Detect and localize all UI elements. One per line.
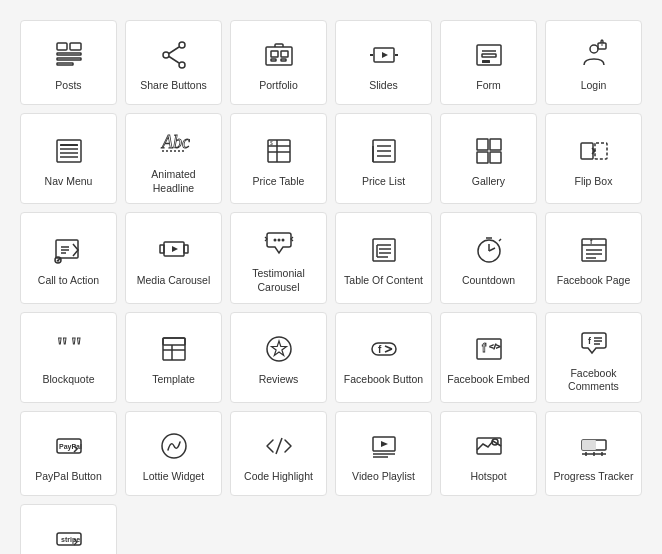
- facebook-comments-icon: f: [576, 325, 612, 361]
- svg-rect-46: [490, 152, 501, 163]
- svg-rect-0: [57, 43, 67, 50]
- svg-point-6: [179, 62, 185, 68]
- widget-price-list[interactable]: Price List: [335, 113, 432, 204]
- widget-form[interactable]: Form: [440, 20, 537, 105]
- svg-point-59: [273, 239, 276, 242]
- svg-text:f: f: [378, 344, 382, 355]
- widget-media-carousel[interactable]: Media Carousel: [125, 212, 222, 303]
- widget-reviews[interactable]: Reviews: [230, 312, 327, 403]
- widget-stripe-button[interactable]: stripe Stripe Button: [20, 504, 117, 554]
- svg-rect-48: [595, 143, 607, 159]
- flip-box-icon: [576, 133, 612, 169]
- slides-label: Slides: [369, 79, 398, 93]
- widget-testimonial-carousel[interactable]: Testimonial Carousel: [230, 212, 327, 303]
- facebook-embed-label: Facebook Embed: [447, 373, 529, 387]
- widget-lottie-widget[interactable]: Lottie Widget: [125, 411, 222, 496]
- widget-login[interactable]: Login: [545, 20, 642, 105]
- media-carousel-icon: [156, 232, 192, 268]
- widget-blockquote[interactable]: " " Blockquote: [20, 312, 117, 403]
- price-list-icon: [366, 133, 402, 169]
- posts-label: Posts: [55, 79, 81, 93]
- svg-point-25: [601, 44, 603, 46]
- svg-rect-1: [57, 53, 81, 55]
- widget-share-buttons[interactable]: Share Buttons: [125, 20, 222, 105]
- widget-facebook-button[interactable]: f Facebook Button: [335, 312, 432, 403]
- svg-text:$: $: [270, 140, 273, 146]
- svg-rect-47: [581, 143, 593, 159]
- widget-posts[interactable]: Posts: [20, 20, 117, 105]
- widget-slides[interactable]: Slides: [335, 20, 432, 105]
- svg-rect-4: [70, 43, 81, 50]
- svg-rect-56: [160, 245, 164, 253]
- widget-table-of-content[interactable]: Table Of Content: [335, 212, 432, 303]
- stripe-button-icon: stripe: [51, 521, 87, 554]
- widget-flip-box[interactable]: Flip Box: [545, 113, 642, 204]
- gallery-label: Gallery: [472, 175, 505, 189]
- widget-price-table[interactable]: $ Price Table: [230, 113, 327, 204]
- svg-text:PayPal: PayPal: [59, 443, 82, 451]
- paypal-button-label: PayPal Button: [35, 470, 102, 484]
- widget-facebook-comments[interactable]: f Facebook Comments: [545, 312, 642, 403]
- facebook-button-label: Facebook Button: [344, 373, 423, 387]
- widget-facebook-embed[interactable]: f </> Facebook Embed: [440, 312, 537, 403]
- widget-call-to-action[interactable]: Call to Action: [20, 212, 117, 303]
- share-icon: [156, 37, 192, 73]
- svg-rect-13: [271, 59, 276, 61]
- svg-line-8: [169, 56, 179, 63]
- widget-progress-tracker[interactable]: Progress Tracker: [545, 411, 642, 496]
- widget-portfolio[interactable]: Portfolio: [230, 20, 327, 105]
- video-playlist-label: Video Playlist: [352, 470, 415, 484]
- nav-menu-icon: [51, 133, 87, 169]
- widget-video-playlist[interactable]: Video Playlist: [335, 411, 432, 496]
- svg-rect-21: [482, 54, 496, 57]
- template-icon: [156, 331, 192, 367]
- share-buttons-label: Share Buttons: [140, 79, 207, 93]
- svg-rect-109: [582, 440, 596, 450]
- widget-gallery[interactable]: Gallery: [440, 113, 537, 204]
- flip-box-label: Flip Box: [575, 175, 613, 189]
- login-label: Login: [581, 79, 607, 93]
- facebook-comments-label: Facebook Comments: [552, 367, 635, 394]
- price-table-label: Price Table: [253, 175, 305, 189]
- table-of-content-label: Table Of Content: [344, 274, 423, 288]
- code-highlight-icon: [261, 428, 297, 464]
- svg-text:</>: </>: [489, 342, 501, 351]
- widget-code-highlight[interactable]: Code Highlight: [230, 411, 327, 496]
- svg-rect-26: [57, 140, 81, 162]
- svg-line-70: [489, 248, 495, 251]
- gallery-icon: [471, 133, 507, 169]
- form-label: Form: [476, 79, 501, 93]
- widget-hotspot[interactable]: Hotspot: [440, 411, 537, 496]
- svg-text:": ": [57, 333, 68, 361]
- animated-headline-icon: Abc: [156, 126, 192, 162]
- widget-countdown[interactable]: Countdown: [440, 212, 537, 303]
- widget-facebook-page[interactable]: f Facebook Page: [545, 212, 642, 303]
- reviews-icon: [261, 331, 297, 367]
- posts-icon: [51, 37, 87, 73]
- svg-text:stripe: stripe: [61, 536, 80, 544]
- countdown-label: Countdown: [462, 274, 515, 288]
- svg-rect-44: [490, 139, 501, 150]
- svg-rect-11: [271, 51, 278, 57]
- svg-rect-14: [281, 59, 286, 61]
- testimonial-carousel-icon: [261, 225, 297, 261]
- widget-paypal-button[interactable]: PayPal PayPal Button: [20, 411, 117, 496]
- widget-animated-headline[interactable]: Abc Animated Headline: [125, 113, 222, 204]
- form-icon: [471, 37, 507, 73]
- blockquote-label: Blockquote: [43, 373, 95, 387]
- reviews-label: Reviews: [259, 373, 299, 387]
- svg-line-101: [276, 438, 282, 454]
- widget-nav-menu[interactable]: Nav Menu: [20, 113, 117, 204]
- widget-template[interactable]: Template: [125, 312, 222, 403]
- svg-rect-57: [184, 245, 188, 253]
- table-of-content-icon: [366, 232, 402, 268]
- login-icon: [576, 37, 612, 73]
- svg-marker-58: [172, 246, 178, 252]
- svg-rect-82: [163, 338, 185, 345]
- progress-tracker-icon: [576, 428, 612, 464]
- blockquote-icon: " ": [51, 331, 87, 367]
- svg-line-9: [169, 47, 179, 54]
- svg-rect-81: [163, 338, 185, 360]
- facebook-page-icon: f: [576, 232, 612, 268]
- widget-grid: Posts Share Buttons Portfolio: [10, 10, 652, 554]
